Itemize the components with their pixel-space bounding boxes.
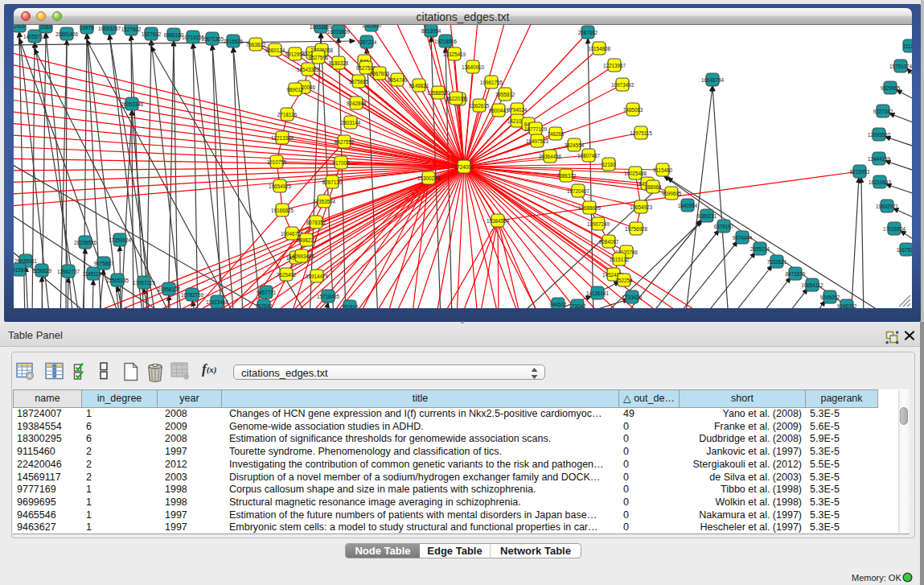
svg-text:989012: 989012 [286, 87, 304, 93]
svg-text:3824554: 3824554 [565, 142, 585, 148]
svg-text:17016504: 17016504 [883, 226, 906, 232]
svg-text:9227342: 9227342 [873, 109, 893, 114]
svg-text:9242848: 9242848 [347, 101, 367, 106]
svg-text:14055712: 14055712 [23, 34, 47, 39]
svg-text:19166825: 19166825 [271, 208, 294, 213]
svg-text:26053346: 26053346 [121, 101, 144, 107]
svg-text:9457771: 9457771 [257, 290, 277, 295]
svg-text:1733426: 1733426 [622, 295, 643, 300]
svg-text:12505135: 12505135 [106, 278, 129, 283]
svg-text:10654112: 10654112 [801, 282, 823, 288]
svg-text:7386322: 7386322 [556, 173, 577, 179]
svg-text:2718126: 2718126 [277, 112, 298, 117]
svg-text:9474444: 9474444 [733, 235, 753, 241]
svg-text:12975115: 12975115 [630, 130, 652, 136]
svg-text:16033809: 16033809 [327, 29, 351, 35]
svg-text:1010755: 1010755 [267, 159, 287, 165]
svg-text:746266: 746266 [547, 131, 565, 137]
svg-text:5498222: 5498222 [297, 237, 317, 243]
svg-text:9329965: 9329965 [881, 85, 901, 91]
svg-text:12942737: 12942737 [57, 269, 80, 274]
svg-text:2803144: 2803144 [341, 120, 361, 126]
svg-text:8454749: 8454749 [388, 77, 408, 83]
svg-text:10154808: 10154808 [588, 46, 611, 51]
svg-text:17359924: 17359924 [109, 237, 132, 243]
svg-text:19692971: 19692971 [876, 204, 899, 209]
svg-text:10025488: 10025488 [624, 171, 647, 176]
svg-text:9794024: 9794024 [507, 107, 528, 113]
svg-text:10807487: 10807487 [577, 153, 601, 159]
svg-text:9245052: 9245052 [820, 295, 840, 300]
svg-text:20206576: 20206576 [74, 240, 97, 245]
svg-text:9084067: 9084067 [599, 239, 619, 245]
svg-text:9146821: 9146821 [409, 83, 429, 89]
svg-text:12213369: 12213369 [271, 135, 294, 141]
svg-text:11121: 11121 [903, 43, 912, 49]
svg-text:2935114: 2935114 [750, 246, 770, 252]
svg-text:7515526: 7515526 [224, 39, 244, 44]
svg-text:2867608: 2867608 [370, 71, 390, 76]
svg-text:14136141: 14136141 [586, 290, 610, 296]
svg-text:3915941: 3915941 [14, 267, 30, 273]
svg-text:12213967: 12213967 [603, 63, 626, 68]
svg-text:9622037: 9622037 [446, 96, 466, 101]
svg-text:9975867: 9975867 [94, 261, 114, 266]
svg-text:15718485: 15718485 [317, 294, 340, 299]
svg-text:140993489: 140993489 [289, 253, 314, 259]
svg-text:15720407: 15720407 [567, 188, 590, 194]
svg-text:8186328: 8186328 [329, 60, 349, 66]
svg-text:7625402: 7625402 [277, 272, 297, 278]
svg-text:1640954: 1640954 [678, 203, 698, 208]
svg-text:9900443: 9900443 [489, 108, 509, 113]
svg-text:15300275: 15300275 [417, 175, 441, 181]
svg-text:7663822: 7663822 [246, 42, 266, 47]
svg-text:1724007: 1724007 [454, 164, 474, 170]
svg-text:10688609: 10688609 [578, 205, 602, 211]
svg-text:1156829: 1156829 [32, 268, 52, 274]
svg-text:1167533: 1167533 [897, 247, 912, 253]
svg-text:917006: 917006 [332, 160, 350, 166]
svg-text:20691406: 20691406 [55, 31, 79, 37]
svg-text:10973493: 10973493 [611, 82, 634, 88]
svg-text:2069: 2069 [40, 25, 52, 30]
svg-text:1021850: 1021850 [362, 25, 382, 28]
svg-text:7485063: 7485063 [623, 107, 643, 113]
svg-text:19756928: 19756928 [625, 226, 648, 232]
svg-text:13325419: 13325419 [443, 51, 466, 57]
svg-text:11451194: 11451194 [82, 271, 105, 277]
svg-text:6379197: 6379197 [714, 224, 734, 229]
svg-text:762540: 762540 [255, 303, 273, 308]
svg-text:16914479: 16914479 [306, 274, 329, 279]
svg-text:17957225: 17957225 [133, 280, 156, 286]
svg-text:20364436: 20364436 [539, 154, 562, 159]
svg-text:173342: 173342 [569, 303, 586, 308]
svg-text:8427552: 8427552 [335, 139, 355, 145]
svg-text:3875685: 3875685 [349, 79, 369, 84]
svg-text:8471676: 8471676 [786, 271, 806, 277]
svg-text:12444159: 12444159 [868, 156, 891, 162]
svg-text:9660124: 9660124 [265, 47, 285, 53]
svg-text:151816: 151816 [341, 304, 359, 308]
svg-text:16210643: 16210643 [869, 179, 892, 185]
svg-text:8678352: 8678352 [306, 220, 326, 225]
svg-text:2087682: 2087682 [578, 30, 598, 35]
svg-text:1405: 1405 [14, 25, 25, 29]
svg-text:13588520: 13588520 [427, 90, 450, 96]
svg-text:19979: 19979 [80, 25, 94, 31]
svg-text:16782759: 16782759 [181, 292, 204, 298]
svg-text:9115460: 9115460 [653, 167, 673, 173]
svg-text:16543382: 16543382 [297, 67, 320, 72]
svg-text:11923468: 11923468 [206, 299, 228, 305]
svg-text:15751074: 15751074 [889, 64, 912, 69]
svg-text:19384554: 19384554 [487, 218, 510, 224]
svg-text:16648784: 16648784 [701, 77, 725, 83]
svg-text:10958107: 10958107 [158, 286, 181, 292]
svg-text:19654923: 19654923 [630, 204, 653, 210]
svg-text:19218506: 19218506 [434, 39, 458, 44]
svg-text:19654925: 19654925 [269, 183, 292, 189]
svg-text:12353594: 12353594 [313, 199, 336, 204]
svg-text:10653287: 10653287 [98, 26, 121, 31]
svg-text:8267130: 8267130 [322, 179, 343, 185]
svg-text:1362615: 1362615 [470, 103, 490, 109]
svg-text:9245052: 9245052 [837, 303, 857, 308]
